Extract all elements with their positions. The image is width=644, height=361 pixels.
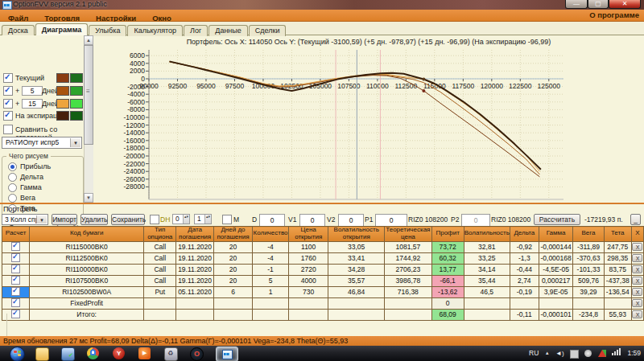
cell-qty[interactable]: 1 (253, 286, 289, 297)
p1-input[interactable] (375, 214, 407, 227)
row-delete-cell[interactable]: X (631, 252, 643, 264)
column-header[interactable]: Количество (253, 227, 289, 242)
cell-price[interactable]: 2720 (288, 264, 328, 275)
table-row[interactable]: RI115000BK0Call19.11.202020-4110033,0510… (2, 241, 644, 252)
days-input-1[interactable] (22, 86, 43, 96)
corner-button[interactable]: _ (630, 214, 641, 225)
cell-delta[interactable]: -0,92 (510, 241, 539, 252)
cell-vol_open[interactable]: 33,05 (328, 241, 385, 252)
v2-input[interactable] (338, 214, 364, 227)
column-header[interactable]: Волатильностьоткрытия (328, 227, 385, 242)
cell-date[interactable] (176, 297, 214, 309)
cell-theo[interactable]: 716,38 (385, 286, 432, 297)
profit-cell[interactable]: -66,1 (431, 275, 464, 286)
series-checkbox-1[interactable] (3, 86, 13, 96)
row-delete-button[interactable]: X (632, 265, 642, 273)
column-header[interactable]: Теоретическаяцена (385, 227, 432, 242)
row-delete-button[interactable]: X (632, 243, 642, 251)
tray-app-icon-2[interactable] (584, 350, 592, 357)
start-button[interactable] (10, 347, 25, 361)
row-delete-button[interactable]: X (632, 277, 642, 285)
cell-price[interactable]: 730 (288, 286, 328, 297)
column-header[interactable]: Датапогашения (176, 227, 214, 242)
cell-vega[interactable]: 39,29 (573, 286, 604, 297)
scroll-up-icon[interactable]: ▲ (84, 35, 93, 45)
minimize-button[interactable]: — (565, 0, 588, 9)
cell-delta[interactable]: -0,19 (510, 286, 539, 297)
cell-gamma[interactable]: 0,000217 (539, 275, 573, 286)
table-row[interactable]: Итого:68,09-0,11-0,000101-234,855,93X (2, 309, 644, 320)
cell-gamma[interactable]: -4,5E-05 (539, 264, 573, 275)
series-checkbox-2[interactable] (3, 99, 13, 109)
cell-price[interactable] (288, 309, 328, 320)
column-header[interactable]: X (631, 227, 643, 242)
cell-vol[interactable] (464, 309, 510, 320)
cell-days[interactable]: 20 (213, 264, 252, 275)
cell-date[interactable] (176, 309, 214, 320)
cell-gamma[interactable]: -0,000144 (539, 241, 573, 252)
cell-days[interactable] (213, 297, 252, 309)
maximize-button[interactable]: ▢ (588, 0, 609, 9)
cell-theo[interactable]: 1081,57 (385, 241, 432, 252)
tab-Диаграмма[interactable]: Диаграмма (35, 23, 88, 36)
column-header[interactable]: Код бумаги (30, 227, 144, 242)
language-indicator[interactable]: RU (529, 349, 539, 357)
series-checkbox-0[interactable] (3, 73, 13, 83)
row-delete-cell[interactable]: X (631, 286, 643, 297)
cell-type[interactable]: Call (144, 252, 176, 264)
cell-theta[interactable]: -136,54 (604, 286, 631, 297)
preset-dropdown[interactable]: 3 Колл спр ▼ (2, 214, 48, 225)
cell-days[interactable] (213, 309, 252, 320)
cell-type[interactable] (144, 297, 176, 309)
cell-type[interactable]: Call (144, 264, 176, 275)
chevron-down-icon[interactable]: ▼ (36, 215, 47, 224)
cell-theta[interactable]: 298,35 (604, 252, 631, 264)
compare-strategy-checkbox[interactable] (3, 125, 13, 134)
profit-cell[interactable]: 0 (431, 297, 464, 309)
cell-code[interactable]: Итого: (30, 309, 144, 320)
cell-delta[interactable]: -0,44 (510, 264, 539, 275)
column-header[interactable]: Дней допогашения (213, 227, 252, 242)
cell-qty[interactable]: -4 (253, 241, 289, 252)
v1-input[interactable] (299, 214, 325, 227)
table-row[interactable]: FixedProfit0X (2, 297, 644, 309)
cell-theo[interactable]: 2706,23 (385, 264, 432, 275)
radio-Прибыль[interactable] (8, 162, 17, 171)
cell-price[interactable]: 1100 (288, 241, 328, 252)
cell-vol_open[interactable] (328, 297, 385, 309)
cell-gamma[interactable]: 3,9E-05 (539, 286, 573, 297)
cell-gamma[interactable]: -0,000168 (539, 252, 573, 264)
cell-vega[interactable]: -311,89 (573, 241, 604, 252)
column-header[interactable]: Расчет (2, 227, 30, 242)
delete-button[interactable]: Удалить (80, 214, 108, 225)
cell-price[interactable] (288, 297, 328, 309)
row-delete-button[interactable]: X (632, 288, 642, 296)
cell-delta[interactable]: -1,3 (510, 252, 539, 264)
cell-vol_open[interactable] (328, 309, 385, 320)
row-delete-cell[interactable]: X (631, 264, 643, 275)
cell-date[interactable]: 19.11.2020 (176, 264, 214, 275)
cell-vol[interactable]: 32,81 (464, 241, 510, 252)
tray-app-icon-3[interactable] (598, 350, 606, 357)
cell-theta[interactable]: 55,93 (604, 309, 631, 320)
row-delete-cell[interactable]: X (631, 275, 643, 286)
series-checkbox-3[interactable] (3, 111, 13, 121)
m-checkbox[interactable] (222, 215, 232, 224)
column-header[interactable]: Дельта (510, 227, 539, 242)
cell-type[interactable]: Call (144, 241, 176, 252)
table-row[interactable]: RI107500BK0Call19.11.2020205400035,57398… (2, 275, 644, 286)
cell-delta[interactable]: 2,74 (510, 275, 539, 286)
calc-go-button[interactable]: Рассчитать ГО (534, 214, 580, 225)
row-delete-cell[interactable]: X (631, 309, 643, 320)
tab-Улыбка[interactable]: Улыбка (89, 25, 126, 36)
scroll-down-icon[interactable]: ▼ (84, 193, 93, 203)
cell-gamma[interactable]: -0,000101 (539, 309, 573, 320)
cell-gamma[interactable] (539, 297, 573, 309)
strategy-dropdown[interactable]: РАТИОпут испр5 ▼ (2, 137, 82, 149)
row-delete-button[interactable]: X (632, 310, 642, 318)
cell-delta[interactable]: -0,11 (510, 309, 539, 320)
cell-theo[interactable] (385, 309, 432, 320)
cell-qty[interactable]: -4 (253, 252, 289, 264)
cell-code[interactable]: RI110000BK0 (30, 264, 144, 275)
row-delete-button[interactable]: X (632, 254, 642, 262)
